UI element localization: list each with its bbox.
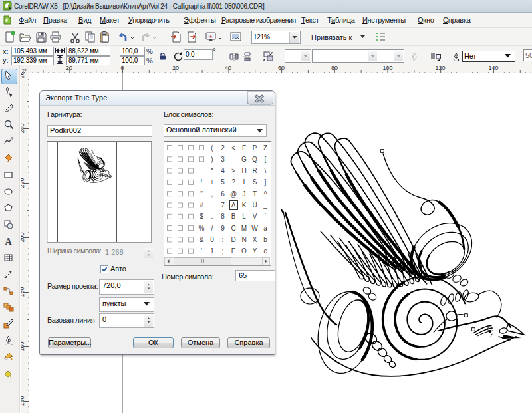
svg-text:8: 8 — [221, 213, 225, 220]
svg-text:<: < — [231, 144, 235, 152]
svg-text:b: b — [263, 236, 267, 243]
svg-text:C: C — [231, 225, 235, 232]
svg-text:D: D — [231, 236, 235, 243]
svg-text:G: G — [241, 156, 247, 163]
svg-text:7: 7 — [221, 202, 225, 209]
svg-text:0: 0 — [210, 236, 214, 243]
svg-text::: : — [222, 236, 224, 243]
svg-text:H: H — [241, 167, 246, 174]
svg-text:1: 1 — [210, 247, 214, 255]
svg-text:%: % — [199, 225, 205, 232]
svg-text:]: ] — [265, 178, 267, 186]
svg-text:?: ? — [231, 178, 235, 186]
svg-text:T: T — [253, 190, 257, 198]
svg-text:9: 9 — [221, 225, 225, 232]
svg-text:+: + — [210, 178, 214, 186]
svg-text:I: I — [243, 178, 245, 186]
svg-text:;: ; — [222, 247, 224, 255]
svg-text:(: ( — [211, 144, 213, 152]
svg-text:&: & — [200, 236, 204, 243]
svg-text:#: # — [200, 202, 203, 209]
svg-text:-: - — [211, 202, 213, 209]
svg-text:`: ` — [264, 213, 266, 220]
svg-text:c: c — [264, 247, 267, 255]
svg-text:5: 5 — [221, 178, 225, 186]
svg-text:L: L — [242, 213, 246, 220]
svg-text:4: 4 — [221, 167, 225, 174]
svg-text:=: = — [231, 156, 235, 163]
svg-text:E: E — [231, 247, 236, 255]
svg-text:N: N — [241, 236, 246, 243]
svg-text:\: \ — [265, 167, 267, 174]
svg-text:$: $ — [200, 213, 203, 220]
svg-text:": " — [200, 190, 203, 198]
svg-text:,: , — [211, 190, 213, 198]
svg-text:a: a — [263, 225, 267, 232]
svg-text:F: F — [242, 144, 246, 152]
svg-text:B: B — [231, 213, 236, 220]
svg-text:K: K — [242, 202, 247, 209]
svg-text:!: ! — [201, 178, 203, 186]
svg-text:S: S — [253, 178, 257, 186]
svg-text:>: > — [231, 167, 235, 174]
svg-text:[: [ — [265, 156, 267, 163]
svg-text:M: M — [241, 225, 247, 232]
svg-text:.: . — [211, 213, 213, 220]
svg-text:P: P — [253, 144, 257, 152]
svg-text:2: 2 — [221, 144, 225, 152]
svg-text:_: _ — [263, 202, 267, 209]
svg-text:R: R — [252, 167, 257, 174]
svg-text:X: X — [253, 236, 257, 243]
svg-text:6: 6 — [221, 190, 225, 198]
svg-text:': ' — [201, 247, 202, 255]
svg-text:Y: Y — [253, 247, 257, 255]
svg-text:J: J — [243, 190, 246, 198]
svg-text:W: W — [251, 225, 258, 232]
svg-text:*: * — [211, 167, 213, 174]
svg-text:3: 3 — [221, 156, 225, 163]
svg-text:V: V — [253, 213, 257, 220]
svg-text:A: A — [231, 202, 236, 209]
svg-text:/: / — [211, 225, 213, 232]
svg-text:U: U — [252, 202, 257, 209]
svg-text:@: @ — [230, 190, 237, 198]
svg-text:^: ^ — [264, 190, 267, 198]
svg-text:O: O — [241, 247, 247, 255]
svg-text:Q: Q — [252, 156, 257, 163]
svg-text:Z: Z — [263, 144, 267, 152]
svg-text:): ) — [211, 156, 213, 163]
